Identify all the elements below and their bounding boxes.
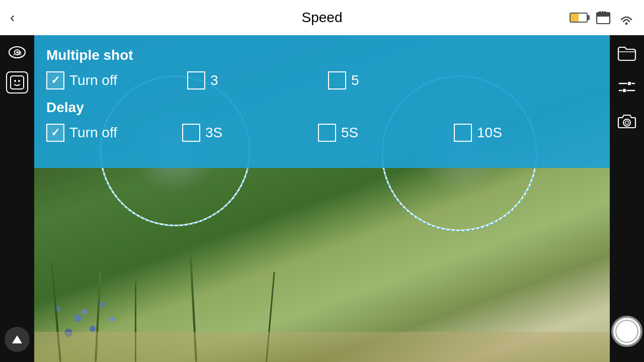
- wifi-icon: [619, 11, 634, 25]
- navigate-up-button[interactable]: [5, 327, 30, 352]
- svg-point-5: [625, 23, 628, 25]
- multiple-shot-section: Multiple shot ✓ Turn off 3 5: [46, 47, 590, 89]
- d-5s-option: 5S: [318, 124, 454, 142]
- svg-point-11: [18, 80, 20, 82]
- svg-rect-9: [11, 76, 24, 89]
- page-title: Speed: [302, 10, 343, 26]
- svg-rect-4: [604, 11, 606, 15]
- svg-point-17: [623, 119, 630, 126]
- svg-point-16: [622, 88, 626, 93]
- d-3s-checkbox[interactable]: [182, 124, 200, 142]
- ms-5-label: 5: [351, 72, 359, 88]
- d-10s-option: 10S: [454, 124, 590, 142]
- sidebar-label-jm: J M: [13, 50, 22, 56]
- svg-point-14: [627, 81, 631, 85]
- settings-panel: Multiple shot ✓ Turn off 3 5 Delay: [34, 35, 610, 168]
- folder-icon[interactable]: [617, 45, 636, 61]
- shutter-inner: [615, 320, 638, 343]
- delay-options: ✓ Turn off 3S 5S 10S: [46, 124, 590, 142]
- d-3s-option: 3S: [182, 124, 318, 142]
- d-10s-checkbox[interactable]: [454, 124, 472, 142]
- d-5s-checkbox[interactable]: [318, 124, 336, 142]
- ms-3-checkbox[interactable]: [187, 71, 205, 89]
- camera-mode-group: J M: [8, 45, 27, 56]
- right-sidebar: [610, 35, 644, 362]
- svg-rect-3: [602, 11, 603, 15]
- top-bar: ‹ Speed: [0, 0, 644, 35]
- multiple-shot-title: Multiple shot: [46, 47, 590, 63]
- d-10s-label: 10S: [477, 125, 502, 141]
- top-bar-right: [570, 11, 634, 25]
- d-turnoff-option: ✓ Turn off: [46, 124, 182, 142]
- shutter-button[interactable]: [611, 316, 642, 347]
- d-5s-label: 5S: [341, 125, 358, 141]
- ms-5-option: 5: [328, 71, 469, 89]
- ms-turnoff-label: Turn off: [69, 72, 117, 88]
- ms-3-option: 3: [187, 71, 328, 89]
- svg-point-10: [14, 80, 16, 82]
- delay-section: Delay ✓ Turn off 3S 5S 10S: [46, 100, 590, 142]
- ms-3-label: 3: [210, 72, 218, 88]
- battery-icon: [570, 13, 588, 23]
- delay-title: Delay: [46, 100, 590, 116]
- d-3s-label: 3S: [205, 125, 222, 141]
- svg-point-18: [625, 121, 629, 125]
- d-turnoff-label: Turn off: [69, 125, 117, 141]
- left-sidebar: J M: [0, 35, 34, 362]
- settings-sliders-icon[interactable]: [618, 79, 635, 95]
- d-turnoff-checkbox[interactable]: ✓: [46, 124, 64, 142]
- face-detection-icon[interactable]: [6, 71, 28, 94]
- top-bar-left: ‹: [10, 10, 15, 26]
- camera-icon[interactable]: [617, 113, 636, 130]
- checkmark-ms-off: ✓: [51, 75, 60, 86]
- multiple-shot-options: ✓ Turn off 3 5: [46, 71, 590, 89]
- ms-turnoff-checkbox[interactable]: ✓: [46, 71, 64, 89]
- back-button[interactable]: ‹: [10, 10, 15, 26]
- ms-turnoff-option: ✓ Turn off: [46, 71, 187, 89]
- memory-card-icon: [596, 11, 611, 25]
- svg-rect-2: [599, 11, 601, 15]
- ms-5-checkbox[interactable]: [328, 71, 346, 89]
- checkmark-d-off: ✓: [51, 127, 60, 138]
